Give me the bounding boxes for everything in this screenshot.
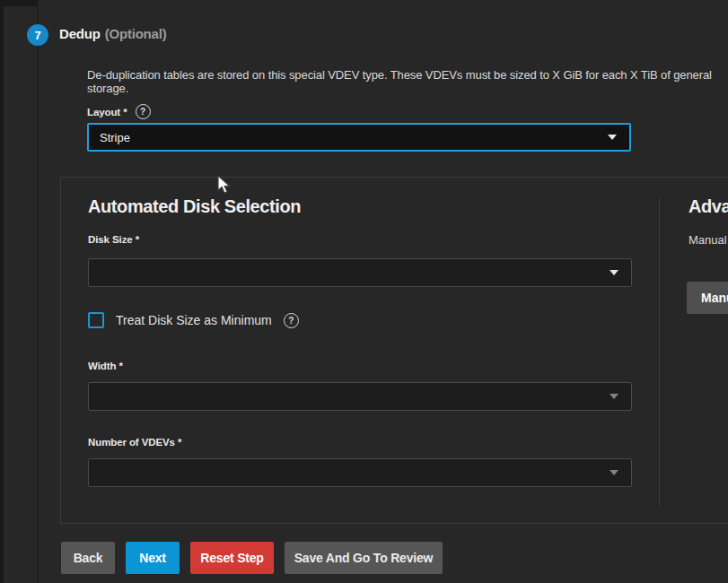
treat-min-checkbox-label: Treat Disk Size as Minimum [116,313,272,327]
next-button[interactable]: Next [126,542,180,574]
step-optional-label: (Optional) [105,26,167,41]
disk-selection-panel: Automated Disk Selection Disk Size * Tre… [60,177,728,524]
layout-select[interactable]: Stripe [87,123,631,152]
save-review-button[interactable]: Save And Go To Review [285,542,443,574]
automated-section-title: Automated Disk Selection [88,196,301,217]
treat-min-checkbox[interactable] [88,312,104,328]
chevron-down-icon [610,270,618,275]
vdevs-select[interactable] [88,458,632,487]
back-button[interactable]: Back [61,542,115,574]
left-edge-strip [0,0,4,583]
advanced-section-text: Manual configuration of disk layout. [689,233,728,247]
advanced-section-title: Advanced Options [689,196,728,217]
step-description: De-duplication tables are stored on this… [87,68,724,95]
width-label-row: Width * [88,361,123,371]
step-header: Dedup(Optional) [59,26,167,41]
layout-label-row: Layout * ? [87,104,151,119]
chevron-down-icon [610,394,618,399]
chevron-down-icon [610,470,618,475]
step-number-badge: 7 [27,24,48,46]
layout-select-value: Stripe [100,131,608,144]
disk-size-label: Disk Size * [88,234,139,245]
chevron-down-icon [608,135,617,140]
vdevs-label: Number of VDEVs * [88,437,181,448]
disk-size-label-row: Disk Size * [88,234,139,245]
layout-help-icon[interactable]: ? [136,104,151,119]
step-number: 7 [34,29,40,42]
panel-divider [659,198,660,506]
stepper-connector-line [37,0,39,583]
manual-disk-selection-button[interactable]: Manual Disk Selection [687,282,728,314]
layout-label: Layout * [87,107,127,117]
vdevs-label-row: Number of VDEVs * [88,437,181,448]
top-edge-patch [0,0,39,6]
step-title: Dedup [59,26,101,41]
dedup-wizard-step: 7 Dedup(Optional) De-duplication tables … [0,0,728,583]
treat-min-help-icon[interactable]: ? [284,313,299,328]
width-label: Width * [88,361,123,371]
wizard-action-bar: Back Next Reset Step Save And Go To Revi… [61,542,443,574]
disk-size-select[interactable] [88,258,632,287]
reset-step-button[interactable]: Reset Step [190,542,274,574]
treat-min-checkbox-row: Treat Disk Size as Minimum ? [88,312,299,328]
width-select[interactable] [88,382,632,411]
